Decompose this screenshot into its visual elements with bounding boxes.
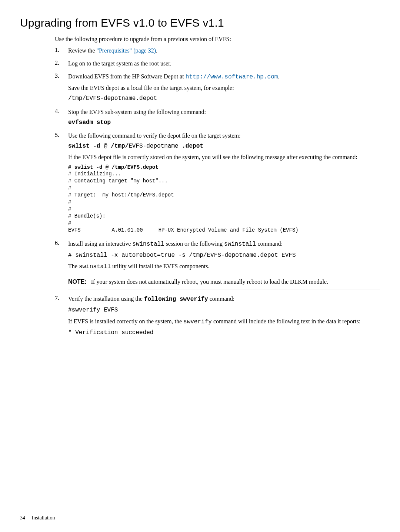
step-number: 6. — [55, 239, 68, 292]
text: Install using an interactive swinstall s… — [68, 239, 380, 249]
text: . — [278, 73, 279, 80]
text: If the EVFS depot file is correctly stor… — [68, 153, 380, 161]
page-title: Upgrading from EVFS v1.0 to EVFS v1.1 — [20, 15, 380, 31]
text: If EVFS is installed correctly on the sy… — [68, 317, 380, 326]
filepath: /tmp/EVFS-depotname.depot — [68, 94, 380, 103]
step-list: 1. Review the "Prerequisites" (page 32).… — [55, 46, 380, 339]
list-item: 2. Log on to the target system as the ro… — [55, 58, 380, 70]
step-number: 4. — [55, 107, 68, 129]
text: Download EVFS from the HP Software Depot… — [68, 73, 186, 80]
step-number: 2. — [55, 58, 68, 70]
list-item: 1. Review the "Prerequisites" (page 32). — [55, 46, 380, 57]
command: swlist -d @ /tmp/EVFS-depotname .depot — [68, 142, 380, 151]
list-item: 7. Verify the installation using the fol… — [55, 294, 380, 339]
list-item: 3. Download EVFS from the HP Software De… — [55, 71, 380, 105]
note-box: NOTE: If your system does not automatica… — [68, 277, 380, 286]
command: #swverify EVFS — [68, 306, 380, 314]
text: Use the following command to verify the … — [68, 131, 380, 140]
text: The swinstall utility will install the E… — [68, 262, 380, 271]
text: Verify the installation using the follow… — [68, 294, 380, 304]
text: Stop the EVFS sub-system using the follo… — [68, 108, 380, 116]
step-number: 1. — [55, 46, 68, 57]
step-number: 7. — [55, 294, 68, 339]
output-text: * Verification succeeded — [68, 329, 380, 337]
step-number: 5. — [55, 131, 68, 237]
prerequisites-link[interactable]: "Prerequisites" (page 32) — [96, 47, 156, 54]
divider — [68, 275, 380, 275]
command: # swinstall -x autoreboot=true -s /tmp/E… — [68, 251, 380, 260]
list-item: 6. Install using an interactive swinstal… — [55, 239, 380, 292]
command: evfsadm stop — [68, 118, 380, 127]
software-depot-link[interactable]: http://www.software.hp.com — [186, 74, 278, 80]
note-text: If your system does not automatically re… — [91, 279, 328, 285]
divider — [68, 290, 380, 290]
list-item: 5. Use the following command to verify t… — [55, 131, 380, 237]
note-label: NOTE: — [68, 279, 87, 285]
text: Save the EVFS depot as a local file on t… — [68, 84, 380, 92]
intro-text: Use the following procedure to upgrade f… — [55, 35, 380, 43]
code-block: # swlist -d @ /tmp/EVFS.depot # Initiali… — [68, 164, 380, 234]
text: Review the — [68, 47, 96, 54]
step-number: 3. — [55, 71, 68, 105]
text: Log on to the target system as the root … — [68, 59, 380, 68]
text: . — [156, 47, 157, 54]
list-item: 4. Stop the EVFS sub-system using the fo… — [55, 107, 380, 129]
content-block: Use the following procedure to upgrade f… — [55, 35, 380, 339]
